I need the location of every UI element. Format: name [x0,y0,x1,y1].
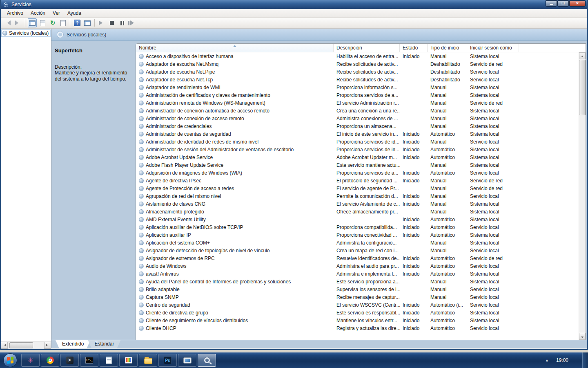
table-row[interactable]: avast! AntivirusAdministra e implementa … [136,270,579,278]
table-row[interactable]: Aplicación auxiliar de NetBIOS sobre TCP… [136,223,579,231]
service-cell: Iniciado [400,178,428,184]
table-row[interactable]: Administrador de conexión de acceso remo… [136,114,579,122]
service-cell: Servicio local [467,302,519,308]
service-gear-icon [139,295,144,300]
table-row[interactable]: Audio de WindowsAdministra el audio para… [136,262,579,270]
table-row[interactable]: Agrupación de red del mismo nivelPermite… [136,192,579,200]
table-row[interactable]: Administrador de conexión automática de … [136,107,579,114]
service-gear-icon [139,62,144,67]
tab-extendido[interactable]: Extendido [56,340,90,348]
properties-icon[interactable] [38,18,47,27]
titlebar[interactable]: Servicios [1,0,587,9]
menu-archivo[interactable]: Archivo [3,9,27,17]
table-row[interactable]: Cliente de seguimiento de vínculos distr… [136,316,579,324]
service-cell: Automático [428,147,467,153]
list-vertical-scrollbar[interactable] [579,52,586,340]
service-cell: Automático [428,318,467,323]
table-row[interactable]: Centro de seguridadEl servicio WSCSVC (C… [136,301,579,309]
menu-ver[interactable]: Ver [49,9,64,17]
table-row[interactable]: Administración remota de Windows (WS-Man… [136,99,579,107]
paint-taskbar-icon[interactable] [119,354,138,367]
scroll-right-button[interactable] [44,342,51,349]
scroll-thumb[interactable] [9,342,33,348]
command-prompt-taskbar-icon[interactable]: C:\_ [80,354,98,367]
table-row[interactable]: Agente de Protección de acceso a redesEl… [136,184,579,192]
antivirus-taskbar-icon[interactable]: ✳ [21,354,40,367]
stop-service-icon[interactable] [107,18,116,27]
table-row[interactable]: Aplicación del sistema COM+Administra la… [136,239,579,247]
service-name: Administrador de credenciales [146,123,212,129]
back-icon[interactable] [3,18,12,27]
pause-service-icon[interactable] [118,18,127,27]
column-header-nombre[interactable]: Nombre [136,44,334,52]
table-row[interactable]: Aislamiento de claves CNGEl servicio Ais… [136,200,579,208]
scroll-down-button[interactable] [579,333,586,340]
show-console-tree-icon[interactable] [28,18,37,27]
minimize-button[interactable] [546,0,557,7]
refresh-icon[interactable] [48,18,57,27]
table-row[interactable]: Administración de certificados y claves … [136,91,579,99]
media-player-taskbar-icon[interactable]: ➤ [60,354,79,367]
photoshop-taskbar-icon[interactable]: Ps [158,354,177,367]
table-row[interactable]: Administrador de sesión del Administrado… [136,146,579,153]
help-icon[interactable]: ? [73,18,82,27]
export-list-icon[interactable] [58,18,67,27]
table-row[interactable]: Captura SNMPRecibe mensajes de captur...… [136,293,579,301]
window-title: Servicios [11,2,546,7]
service-name: Adaptador de escucha Net.Pipe [146,69,215,75]
table-row[interactable]: Almacenamiento protegidoOfrece almacenam… [136,208,579,215]
table-row[interactable]: Cliente DHCPRegistra y actualiza las dir… [136,324,579,332]
restart-service-icon[interactable] [128,18,137,27]
service-name: Administración remota de Windows (WS-Man… [146,100,265,106]
service-cell: Automático [428,232,467,238]
scroll-left-button[interactable] [1,342,8,349]
table-row[interactable]: AMD External Events UtilityIniciadoAutom… [136,215,579,223]
table-row[interactable]: Adaptador de escucha Net.TcpRecibe solic… [136,76,579,83]
close-button[interactable] [569,0,586,7]
scroll-up-button[interactable] [579,52,586,59]
column-header-descripcion[interactable]: Descripción [334,44,400,52]
forward-icon[interactable] [13,18,22,27]
table-row[interactable]: Aplicación auxiliar IPProporciona conect… [136,231,579,239]
start-service-icon[interactable] [97,18,106,27]
table-row[interactable]: Adaptador de rendimiento de WMIProporcio… [136,83,579,91]
taskbar-clock[interactable]: 19:00 [556,357,568,363]
table-row[interactable]: Adobe Acrobat Update ServiceAdobe Acroba… [136,153,579,161]
service-cell: Servicio de red [467,100,519,106]
menu-ayuda[interactable]: Ayuda [64,9,85,17]
menu-accin[interactable]: Acción [27,9,49,17]
services-taskbar-icon[interactable] [198,354,216,367]
table-row[interactable]: Administrador de credencialesProporciona… [136,122,579,130]
tree-item-services-local[interactable]: Servicios (locales) [1,29,51,37]
show-hidden-icons-button[interactable]: ▲ [545,358,549,362]
table-row[interactable]: Adaptador de escucha Net.MsmqRecibe soli… [136,60,579,68]
chrome-taskbar-icon[interactable] [41,354,59,367]
table-row[interactable]: Ayuda del Panel de control de Informes d… [136,278,579,285]
service-name: Adquisición de imágenes de Windows (WIA) [146,170,242,176]
notepad-taskbar-icon[interactable] [100,354,118,367]
column-header-iniciar-sesion[interactable]: Iniciar sesión como [467,44,519,52]
tab-estndar[interactable]: Estándar [88,340,120,348]
show-desktop-button[interactable] [582,352,588,368]
table-row[interactable]: Adquisición de imágenes de Windows (WIA)… [136,169,579,177]
column-header-estado[interactable]: Estado [400,44,428,52]
start-button[interactable] [3,353,17,367]
table-row[interactable]: Asignador de extremos de RPCResuelve ide… [136,254,579,262]
scroll-thumb[interactable] [579,60,586,115]
table-row[interactable]: Asignador de detección de topologías de … [136,247,579,254]
extended-view-icon[interactable] [83,18,92,27]
table-row[interactable]: Administrador de cuentas de seguridadEl … [136,130,579,138]
display-settings-taskbar-icon[interactable] [178,354,196,367]
table-row[interactable]: Agente de directiva IPsecEl protocolo de… [136,177,579,184]
restore-button[interactable] [557,0,569,7]
table-row[interactable]: Brillo adaptableSupervisa los sensores d… [136,285,579,293]
table-row[interactable]: Adobe Flash Player Update ServiceEste se… [136,161,579,169]
table-row[interactable]: Adaptador de escucha Net.PipeRecibe soli… [136,68,579,76]
column-header-tipo-inicio[interactable]: Tipo de inicio [428,44,467,52]
table-row[interactable]: Cliente de directiva de grupoEste servic… [136,309,579,316]
tree-horizontal-scrollbar[interactable] [1,341,51,348]
table-row[interactable]: Administrador de identidad de redes de m… [136,138,579,146]
service-name: Cliente DHCP [146,325,176,331]
file-explorer-taskbar-icon[interactable] [139,354,157,367]
table-row[interactable]: Acceso a dispositivo de interfaz humanaH… [136,52,579,60]
